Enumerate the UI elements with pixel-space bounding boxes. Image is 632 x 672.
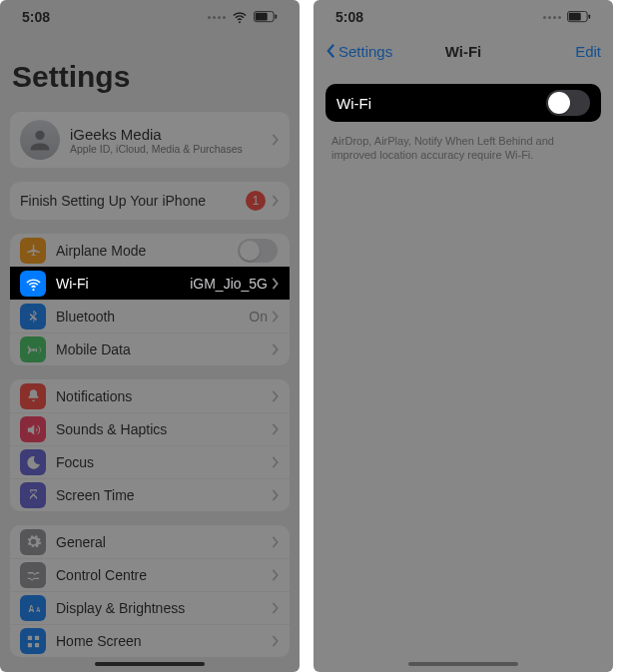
grid-icon	[20, 628, 46, 654]
wifi-row[interactable]: Wi-Fi iGM_Jio_5G	[10, 267, 290, 300]
airplane-icon	[20, 238, 46, 264]
wifi-master-row[interactable]: Wi-Fi	[325, 84, 601, 122]
text-size-icon	[20, 595, 46, 621]
bluetooth-label: Bluetooth	[56, 309, 249, 325]
account-sub: Apple ID, iCloud, Media & Purchases	[70, 143, 272, 155]
status-time: 5:08	[335, 9, 363, 25]
screentime-label: Screen Time	[56, 487, 272, 503]
bluetooth-value: On	[249, 309, 268, 325]
chevron-right-icon	[272, 602, 280, 614]
status-bar: 5:08	[0, 0, 300, 34]
wifi-icon	[20, 271, 46, 297]
sounds-label: Sounds & Haptics	[56, 421, 272, 437]
antenna-icon	[20, 336, 46, 362]
status-time: 5:08	[22, 9, 50, 25]
wifi-value: iGM_Jio_5G	[190, 276, 268, 292]
airplane-mode-row[interactable]: Airplane Mode	[10, 234, 290, 267]
mobile-label: Mobile Data	[56, 341, 272, 357]
wifi-label: Wi-Fi	[56, 276, 190, 292]
settings-root-screen: 5:08 Settings iGeeks Media Apple ID, iCl…	[0, 0, 300, 672]
back-label: Settings	[338, 43, 392, 60]
cellular-icon	[208, 16, 226, 19]
notification-badge: 1	[246, 191, 266, 211]
control-label: Control Centre	[56, 567, 272, 583]
nav-bar: Settings Wi-Fi Edit	[314, 36, 613, 66]
chevron-left-icon	[325, 43, 336, 59]
chevron-right-icon	[272, 635, 280, 647]
alerts-group: Notifications Sounds & Haptics Focus Scr…	[10, 379, 290, 511]
chevron-right-icon	[272, 390, 280, 402]
apple-id-row[interactable]: iGeeks Media Apple ID, iCloud, Media & P…	[10, 112, 290, 168]
chevron-right-icon	[272, 456, 280, 468]
speaker-icon	[20, 416, 46, 442]
general-label: General	[56, 534, 272, 550]
homescreen-row[interactable]: Home Screen	[10, 624, 290, 657]
edit-button[interactable]: Edit	[575, 43, 601, 60]
svg-rect-5	[34, 635, 38, 639]
focus-row[interactable]: Focus	[10, 445, 290, 478]
home-indicator[interactable]	[95, 662, 205, 666]
svg-rect-1	[256, 13, 268, 21]
general-group: General Control Centre Display & Brightn…	[10, 525, 290, 657]
screentime-row[interactable]: Screen Time	[10, 478, 290, 511]
status-indicators	[208, 9, 278, 25]
bell-icon	[20, 383, 46, 409]
bluetooth-row[interactable]: Bluetooth On	[10, 300, 290, 333]
wifi-detail-screen: 5:08 Settings Wi-Fi Edit Wi-Fi AirDrop, …	[314, 0, 613, 672]
svg-rect-2	[275, 14, 277, 18]
svg-rect-7	[34, 642, 38, 646]
home-indicator[interactable]	[408, 662, 518, 666]
account-name: iGeeks Media	[70, 126, 272, 143]
hourglass-icon	[20, 482, 46, 508]
chevron-right-icon	[272, 278, 280, 290]
wifi-master-label: Wi-Fi	[336, 95, 546, 112]
status-bar: 5:08	[314, 0, 613, 34]
svg-rect-6	[27, 642, 31, 646]
chevron-right-icon	[272, 569, 280, 581]
setup-group: Finish Setting Up Your iPhone 1	[10, 182, 290, 220]
back-button[interactable]: Settings	[325, 43, 392, 60]
page-title: Settings	[0, 34, 300, 104]
wifi-toggle-group: Wi-Fi	[325, 84, 601, 122]
finish-setup-label: Finish Setting Up Your iPhone	[20, 193, 246, 209]
svg-rect-9	[569, 13, 581, 21]
finish-setup-row[interactable]: Finish Setting Up Your iPhone 1	[10, 182, 290, 220]
battery-icon	[254, 11, 278, 23]
sliders-icon	[20, 562, 46, 588]
status-indicators	[543, 11, 591, 23]
airplane-toggle[interactable]	[238, 239, 278, 263]
chevron-right-icon	[272, 343, 280, 355]
avatar	[20, 120, 60, 160]
battery-icon	[567, 11, 591, 23]
chevron-right-icon	[272, 423, 280, 435]
cellular-icon	[543, 16, 561, 19]
account-group: iGeeks Media Apple ID, iCloud, Media & P…	[10, 112, 290, 168]
home-label: Home Screen	[56, 633, 272, 649]
wifi-footer-note: AirDrop, AirPlay, Notify When Left Behin…	[314, 128, 613, 163]
chevron-right-icon	[272, 536, 280, 548]
bluetooth-icon	[20, 304, 46, 330]
gear-icon	[20, 529, 46, 555]
chevron-right-icon	[272, 195, 280, 207]
chevron-right-icon	[272, 134, 280, 146]
control-centre-row[interactable]: Control Centre	[10, 558, 290, 591]
notifications-label: Notifications	[56, 388, 272, 404]
chevron-right-icon	[272, 489, 280, 501]
svg-rect-10	[588, 14, 590, 18]
mobile-data-row[interactable]: Mobile Data	[10, 333, 290, 365]
wifi-status-icon	[232, 9, 248, 25]
connectivity-group: Airplane Mode Wi-Fi iGM_Jio_5G Bluetooth…	[10, 234, 290, 365]
wifi-toggle[interactable]	[546, 90, 590, 116]
notifications-row[interactable]: Notifications	[10, 379, 290, 412]
chevron-right-icon	[272, 311, 280, 323]
general-row[interactable]: General	[10, 525, 290, 558]
display-row[interactable]: Display & Brightness	[10, 591, 290, 624]
svg-rect-4	[27, 635, 31, 639]
moon-icon	[20, 449, 46, 475]
focus-label: Focus	[56, 454, 272, 470]
sounds-row[interactable]: Sounds & Haptics	[10, 412, 290, 445]
airplane-label: Airplane Mode	[56, 243, 238, 259]
display-label: Display & Brightness	[56, 600, 272, 616]
svg-point-3	[35, 131, 44, 140]
